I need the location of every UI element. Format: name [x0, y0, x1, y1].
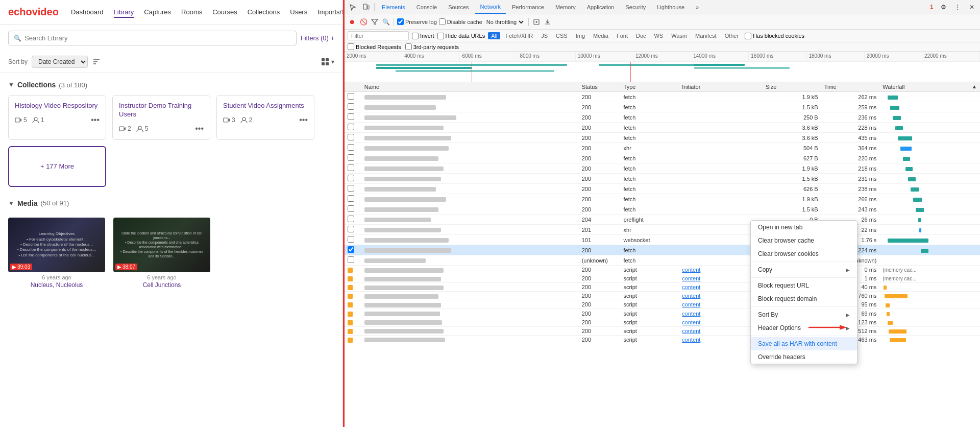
table-row[interactable]: 200 script content 0 ms (memory cac... — [345, 266, 980, 274]
media-card-2[interactable]: State the location and structural compos… — [113, 218, 210, 289]
table-row[interactable]: 200 script content 54.6 kB 760 ms — [345, 292, 980, 300]
filter-other[interactable]: Other — [722, 32, 742, 39]
nav-item-library[interactable]: Library — [114, 8, 134, 16]
tab-console[interactable]: Console — [411, 0, 442, 14]
table-row[interactable]: 200 fetch 1.9 kB 218 ms — [345, 163, 980, 174]
has-blocked-cookies-checkbox[interactable]: Has blocked cookies — [745, 33, 804, 39]
devtools-cursor-icon[interactable] — [347, 1, 359, 13]
ctx-clear-cache[interactable]: Clear browser cache — [751, 234, 857, 247]
th-initiator[interactable]: Initiator — [679, 82, 763, 92]
row-checkbox[interactable] — [348, 195, 354, 202]
ctx-save-har[interactable]: Save all as HAR with content — [751, 337, 857, 350]
nav-link-users[interactable]: Users — [290, 8, 307, 16]
ctx-clear-cookies[interactable]: Clear browser cookies — [751, 247, 857, 260]
hide-data-urls-checkbox[interactable]: Hide data URLs — [437, 33, 485, 39]
tab-security[interactable]: Security — [620, 0, 651, 14]
filter-media[interactable]: Media — [590, 32, 611, 39]
tab-lighthouse[interactable]: Lighthouse — [652, 0, 690, 14]
third-party-input[interactable] — [405, 43, 412, 50]
network-filter-input[interactable] — [348, 31, 409, 40]
disable-cache-input[interactable] — [439, 18, 446, 25]
sort-select[interactable]: Date Created Title Duration — [32, 56, 88, 68]
filter-js[interactable]: JS — [538, 32, 551, 39]
row-checkbox[interactable] — [348, 124, 354, 130]
settings-icon[interactable]: ⚙ — [937, 1, 949, 13]
table-row[interactable]: 200 fetch 626 B 238 ms — [345, 184, 980, 194]
th-time[interactable]: Time — [821, 82, 880, 92]
table-row[interactable]: 204 preflight 0 B 26 ms — [345, 215, 980, 225]
th-status[interactable]: Status — [579, 82, 621, 92]
th-name[interactable]: Name — [361, 82, 579, 92]
filter-doc[interactable]: Doc — [633, 32, 649, 39]
import-har-icon[interactable] — [532, 17, 541, 27]
card-more-btn-3[interactable]: ••• — [299, 115, 308, 125]
row-checkbox[interactable] — [348, 175, 354, 181]
filter-ws[interactable]: WS — [651, 32, 667, 39]
filters-button[interactable]: Filters (0) + — [301, 34, 334, 42]
preserve-log-checkbox[interactable]: Preserve log — [397, 18, 437, 25]
nav-item-rooms[interactable]: Rooms — [181, 8, 202, 16]
filter-css[interactable]: CSS — [553, 32, 571, 39]
nav-link-captures[interactable]: Captures — [144, 8, 171, 16]
card-more-btn-2[interactable]: ••• — [195, 124, 204, 133]
table-row[interactable]: 200 fetch 627 B 220 ms — [345, 153, 980, 163]
card-more-btn-1[interactable]: ••• — [91, 115, 100, 125]
nav-link-collections[interactable]: Collections — [248, 8, 280, 16]
tab-sources[interactable]: Sources — [443, 0, 474, 14]
table-row[interactable]: 200 fetch 3.6 kB 435 ms — [345, 133, 980, 143]
nav-link-library[interactable]: Library — [114, 8, 134, 18]
ctx-copy[interactable]: Copy ▶ — [751, 263, 857, 276]
nav-item-imports[interactable]: Imports/Exports — [317, 8, 343, 16]
row-checkbox[interactable] — [348, 256, 354, 263]
collections-toggle[interactable]: ▼ — [8, 81, 14, 88]
filter-all[interactable]: All — [488, 32, 500, 39]
row-checkbox[interactable] — [348, 216, 354, 222]
nav-item-dashboard[interactable]: Dashboard — [71, 8, 104, 16]
collection-card-2[interactable]: Instructor Demo Training Users 2 5 ••• — [112, 95, 210, 140]
more-collections-button[interactable]: + 177 More — [8, 146, 106, 187]
nav-link-courses[interactable]: Courses — [212, 8, 237, 16]
hide-data-urls-input[interactable] — [437, 33, 444, 39]
disable-cache-checkbox[interactable]: Disable cache — [439, 18, 482, 25]
table-row[interactable]: 200 fetch 1.5 kB 231 ms — [345, 174, 980, 184]
filter-font[interactable]: Font — [614, 32, 631, 39]
ctx-block-url[interactable]: Block request URL — [751, 279, 857, 292]
table-row[interactable]: 200 xhr 504 B 364 ms — [345, 143, 980, 153]
ctx-header-options[interactable]: Header Options ▶ — [751, 321, 857, 335]
has-blocked-cookies-input[interactable] — [745, 33, 751, 39]
more-options-icon[interactable]: ⋮ — [951, 1, 964, 13]
table-row[interactable]: (unknown) fetch 0 B (unknown) — [345, 255, 980, 266]
table-row[interactable]: 200 script content 9.2 kB 95 ms — [345, 300, 980, 309]
search-network-icon[interactable]: 🔍 — [381, 17, 390, 27]
th-waterfall[interactable]: Waterfall ▲ — [879, 82, 980, 92]
media-card-1[interactable]: Learning Objectives• For each cytoskelet… — [8, 218, 105, 289]
row-checkbox[interactable] — [348, 236, 354, 243]
th-size[interactable]: Size — [763, 82, 821, 92]
third-party-checkbox[interactable]: 3rd-party requests — [405, 43, 459, 50]
ctx-override-headers[interactable]: Override headers — [751, 350, 857, 364]
nav-link-rooms[interactable]: Rooms — [181, 8, 202, 16]
nav-item-captures[interactable]: Captures — [144, 8, 171, 16]
nav-item-collections[interactable]: Collections — [248, 8, 280, 16]
view-toggle[interactable]: ▾ — [321, 58, 334, 66]
nav-item-users[interactable]: Users — [290, 8, 307, 16]
row-checkbox[interactable] — [348, 103, 354, 110]
tab-memory[interactable]: Memory — [550, 0, 581, 14]
tab-more[interactable]: » — [691, 0, 704, 14]
sort-order-icon[interactable] — [92, 57, 101, 66]
blocked-requests-checkbox[interactable]: Blocked Requests — [348, 43, 401, 50]
tab-performance[interactable]: Performance — [507, 0, 549, 14]
blocked-requests-input[interactable] — [348, 43, 354, 50]
ctx-block-domain[interactable]: Block request domain — [751, 292, 857, 305]
nav-link-dashboard[interactable]: Dashboard — [71, 8, 104, 16]
preserve-log-input[interactable] — [397, 18, 404, 25]
filter-img[interactable]: Img — [573, 32, 588, 39]
table-row[interactable]: 101 websocket 0 B 1.76 s — [345, 235, 980, 245]
th-type[interactable]: Type — [621, 82, 679, 92]
row-checkbox[interactable] — [348, 164, 354, 171]
record-button[interactable]: ⏺ — [348, 17, 357, 27]
row-checkbox[interactable] — [348, 154, 354, 161]
row-checkbox[interactable] — [348, 144, 354, 151]
ctx-sort-by[interactable]: Sort By ▶ — [751, 308, 857, 321]
row-checkbox[interactable] — [348, 93, 354, 100]
